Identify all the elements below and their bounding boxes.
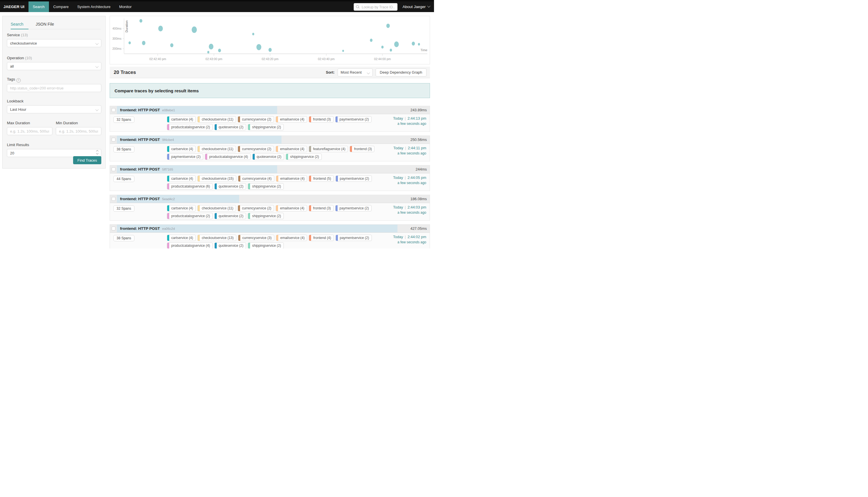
- service-color-swatch: [276, 146, 278, 152]
- trace-scatter-point: [158, 26, 163, 31]
- trace-duration: 243.89ms: [410, 108, 427, 112]
- max-duration-input[interactable]: [7, 127, 52, 135]
- service-color-swatch: [167, 124, 169, 130]
- service-chip-currencyservice: currencyservice (2): [238, 116, 274, 123]
- sidebar-tab-search[interactable]: Search: [11, 22, 23, 27]
- service-chip-label: productcatalogservice (4): [207, 155, 250, 159]
- trace-lookup-input[interactable]: [361, 3, 396, 11]
- service-color-swatch: [276, 235, 278, 241]
- service-color-swatch: [215, 184, 217, 189]
- service-chip-label: cartservice (4): [169, 206, 195, 210]
- service-color-swatch: [276, 205, 278, 211]
- trace-result-card[interactable]: frontend: HTTP POSTea06c2d427.05ms38 Spa…: [110, 224, 430, 248]
- service-chip-label: quoteservice (2): [255, 155, 284, 159]
- trace-scatter-point: [386, 24, 390, 28]
- service-color-swatch: [336, 116, 338, 122]
- min-duration-box: [56, 127, 101, 135]
- trace-time-line: Today|2:44:03 pm: [393, 205, 426, 209]
- service-chip-productcatalogservice: productcatalogservice (4): [167, 242, 213, 248]
- service-chip-emailservice: emailservice (4): [276, 235, 307, 241]
- trace-result-card[interactable]: frontend: HTTP POST5ff7165244ms44 Spansc…: [110, 165, 430, 191]
- nav-tab-search[interactable]: Search: [28, 1, 49, 12]
- search-icon: [356, 5, 359, 8]
- active-tab-indicator: [11, 29, 28, 29]
- trace-time: 2:44:02 pm: [407, 235, 426, 239]
- service-chip-label: quoteservice (2): [217, 125, 246, 129]
- service-select[interactable]: checkoutservice: [7, 39, 101, 47]
- lookback-select-value: Last Hour: [10, 107, 26, 112]
- tags-input-box: [7, 84, 101, 92]
- service-chip-label: shippingservice (2): [250, 125, 283, 129]
- nav-tab-monitor[interactable]: Monitor: [115, 1, 136, 12]
- operation-count: (10): [25, 56, 32, 60]
- service-chip-label: currencyservice (2): [240, 117, 274, 122]
- trace-timestamp: Today|2:44:05 pma few seconds ago: [393, 175, 426, 185]
- trace-select-checkbox[interactable]: [112, 108, 115, 112]
- trace-scatter-point: [207, 51, 209, 54]
- trace-duration: 244ms: [416, 167, 427, 171]
- number-stepper[interactable]: [96, 151, 99, 154]
- service-chip-label: cartservice (4): [169, 117, 195, 122]
- nav-tab-compare[interactable]: Compare: [49, 1, 73, 12]
- service-color-swatch: [309, 176, 311, 182]
- trace-scatter-point: [209, 44, 213, 49]
- service-chip-label: emailservice (4): [278, 176, 307, 181]
- service-select-value: checkoutservice: [10, 41, 37, 45]
- trace-title: frontend: HTTP POST: [120, 167, 160, 171]
- service-chip-frontend: frontend (3): [350, 146, 375, 152]
- nav-tab-system-architecture[interactable]: System Architecture: [73, 1, 115, 12]
- service-color-swatch: [309, 146, 311, 152]
- trace-result-card[interactable]: frontend: HTTP POST9f4cbe4250.56ms38 Spa…: [110, 136, 430, 161]
- service-chip-checkoutservice: checkoutservice (11): [197, 116, 236, 123]
- service-color-swatch: [253, 154, 255, 160]
- trace-select-checkbox[interactable]: [112, 138, 115, 142]
- tags-input[interactable]: [7, 84, 101, 92]
- service-chip-label: shippingservice (2): [250, 184, 283, 188]
- service-color-swatch: [248, 184, 250, 189]
- find-traces-button[interactable]: Find Traces: [73, 156, 101, 164]
- x-axis-title: Time: [420, 48, 428, 52]
- trace-title: frontend: HTTP POST: [120, 108, 160, 112]
- lookback-select[interactable]: Last Hour: [7, 105, 101, 113]
- service-chip-label: frontend (3): [352, 147, 374, 151]
- trace-select-checkbox[interactable]: [112, 197, 115, 201]
- x-tick-label: 02:43:20 pm: [262, 57, 279, 61]
- trace-result-card[interactable]: frontend: HTTP POSTe08ebe1243.89ms32 Spa…: [110, 106, 430, 132]
- help-icon[interactable]: ?: [16, 78, 21, 83]
- trace-result-card[interactable]: frontend: HTTP POST5ead4c2186.08ms32 Spa…: [110, 195, 430, 221]
- service-chip-emailservice: emailservice (4): [276, 175, 307, 182]
- service-chip-paymentservice: paymentservice (2): [336, 235, 372, 241]
- service-chip-list: cartservice (4)checkoutservice (15)curre…: [167, 175, 375, 189]
- service-chip-currencyservice: currencyservice (2): [238, 146, 274, 152]
- x-tick-label: 02:43:40 pm: [318, 57, 335, 61]
- trace-relative-time: a few seconds ago: [393, 181, 426, 185]
- service-chip-quoteservice: quoteservice (2): [214, 183, 246, 189]
- trace-timestamp: Today|2:44:13 pma few seconds ago: [393, 116, 426, 126]
- deep-dependency-graph-button[interactable]: Deep Dependency Graph: [376, 69, 426, 76]
- service-chip-label: cartservice (4): [169, 147, 195, 151]
- service-chip-label: quoteservice (2): [217, 214, 246, 218]
- trace-time-line: Today|2:44:13 pm: [393, 116, 426, 120]
- trace-lookup-box: [354, 3, 397, 11]
- operation-select[interactable]: all: [7, 62, 101, 70]
- service-chip-label: currencyservice (4): [240, 176, 274, 181]
- service-color-swatch: [350, 146, 352, 152]
- service-chip-label: shippingservice (2): [250, 244, 283, 247]
- service-color-swatch: [198, 146, 200, 152]
- service-chip-label: productcatalogservice (6): [169, 184, 212, 188]
- service-color-swatch: [167, 116, 169, 122]
- service-color-swatch: [167, 213, 169, 219]
- service-chip-label: quoteservice (2): [217, 184, 246, 188]
- about-jaeger-menu[interactable]: About Jaeger: [403, 4, 430, 9]
- trace-select-checkbox[interactable]: [112, 167, 115, 171]
- trace-day: Today: [393, 116, 403, 120]
- min-duration-input[interactable]: [56, 127, 101, 135]
- trace-id: 5ff7165: [162, 168, 173, 171]
- time-separator: |: [405, 146, 406, 150]
- service-color-swatch: [238, 205, 240, 211]
- service-color-swatch: [309, 116, 311, 122]
- limit-results-input[interactable]: [7, 149, 101, 157]
- sidebar-tab-json-file[interactable]: JSON File: [36, 22, 54, 27]
- sort-select[interactable]: Most Recent: [338, 69, 373, 76]
- trace-select-checkbox[interactable]: [112, 227, 115, 230]
